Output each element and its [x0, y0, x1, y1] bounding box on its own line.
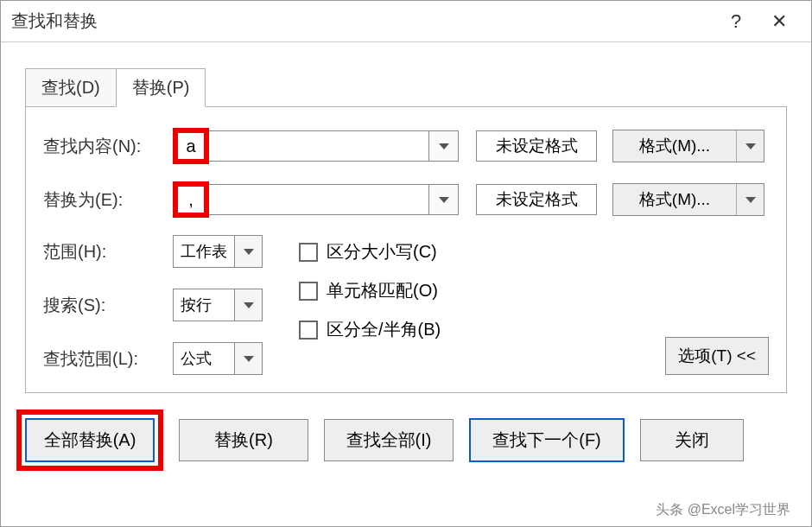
checkbox-column: 区分大小写(C) 单元格匹配(O) 区分全/半角(B) — [299, 240, 441, 375]
dialog-title: 查找和替换 — [11, 10, 714, 33]
find-value-highlight: a — [173, 128, 209, 164]
chevron-down-icon — [244, 302, 254, 308]
chevron-down-icon — [745, 143, 756, 149]
replace-all-highlight: 全部替换(A) — [16, 410, 163, 471]
scope-combo[interactable]: 工作表 — [173, 235, 263, 268]
content-panel: 查找内容(N): a 未设定格式 格式(M)... 替换为(E): , — [25, 106, 787, 393]
find-input-wrap: a — [173, 128, 459, 164]
options-grid: 范围(H): 工作表 搜索(S): 按行 查找范围(L): — [43, 235, 769, 375]
chevron-down-icon — [439, 143, 449, 149]
chevron-down-icon — [745, 197, 756, 203]
match-case-check[interactable]: 区分大小写(C) — [299, 240, 441, 264]
find-next-button[interactable]: 查找下一个(F) — [469, 418, 625, 462]
replace-format-dropdown[interactable] — [736, 184, 764, 215]
replace-format-button-label: 格式(M)... — [613, 188, 736, 211]
replace-all-button[interactable]: 全部替换(A) — [25, 418, 155, 462]
scope-dropdown[interactable] — [234, 236, 262, 267]
lookin-row: 查找范围(L): 公式 — [43, 342, 263, 375]
scope-label: 范围(H): — [43, 240, 173, 264]
replace-format-status: 未设定格式 — [476, 184, 597, 215]
checkbox-icon — [299, 243, 318, 262]
lookin-label: 查找范围(L): — [43, 347, 173, 371]
match-case-label: 区分大小写(C) — [327, 240, 437, 264]
close-dialog-button[interactable]: 关闭 — [640, 419, 744, 461]
lookin-dropdown[interactable] — [234, 343, 262, 374]
match-width-check[interactable]: 区分全/半角(B) — [299, 318, 441, 341]
scope-row: 范围(H): 工作表 — [43, 235, 263, 268]
find-format-button[interactable]: 格式(M)... — [612, 130, 764, 162]
tab-replace[interactable]: 替换(P) — [116, 68, 206, 107]
replace-input-dropdown[interactable] — [428, 185, 458, 214]
chevron-down-icon — [439, 197, 449, 203]
help-button[interactable]: ? — [714, 4, 758, 39]
replace-label: 替换为(E): — [43, 188, 173, 212]
find-format-button-label: 格式(M)... — [613, 135, 736, 157]
find-label: 查找内容(N): — [43, 135, 173, 158]
replace-input-text[interactable] — [209, 185, 428, 214]
checkbox-icon — [299, 321, 318, 340]
match-width-label: 区分全/半角(B) — [327, 318, 441, 341]
find-input-text[interactable] — [209, 131, 428, 161]
replace-input[interactable] — [208, 184, 459, 215]
replace-input-wrap: , — [173, 181, 459, 218]
match-cell-label: 单元格匹配(O) — [327, 279, 438, 302]
find-row: 查找内容(N): a 未设定格式 格式(M)... — [43, 128, 769, 164]
replace-format-button[interactable]: 格式(M)... — [612, 183, 764, 216]
close-button[interactable]: ✕ — [758, 4, 801, 39]
search-row: 搜索(S): 按行 — [43, 289, 263, 321]
scope-value: 工作表 — [174, 236, 234, 267]
checkbox-icon — [299, 282, 318, 301]
lookin-combo[interactable]: 公式 — [173, 342, 263, 375]
replace-row: 替换为(E): , 未设定格式 格式(M)... — [43, 181, 769, 218]
search-label: 搜索(S): — [43, 294, 173, 317]
tab-strip: 查找(D) 替换(P) — [1, 42, 811, 107]
options-toggle-button[interactable]: 选项(T) << — [665, 337, 769, 375]
options-left-col: 范围(H): 工作表 搜索(S): 按行 查找范围(L): — [43, 235, 263, 375]
chevron-down-icon — [244, 356, 254, 362]
match-cell-check[interactable]: 单元格匹配(O) — [299, 279, 441, 302]
find-format-dropdown[interactable] — [736, 130, 764, 162]
lookin-value: 公式 — [174, 343, 234, 374]
find-all-button[interactable]: 查找全部(I) — [324, 419, 454, 461]
replace-button[interactable]: 替换(R) — [179, 419, 308, 461]
dialog-window: 查找和替换 ? ✕ 查找(D) 替换(P) 查找内容(N): a 未设定格式 格… — [0, 0, 812, 527]
replace-value-highlight: , — [173, 181, 209, 218]
tab-find[interactable]: 查找(D) — [25, 68, 117, 107]
chevron-down-icon — [244, 249, 254, 255]
titlebar: 查找和替换 ? ✕ — [1, 1, 811, 42]
search-value: 按行 — [174, 289, 234, 321]
find-input-dropdown[interactable] — [428, 131, 458, 161]
find-format-status: 未设定格式 — [476, 130, 597, 162]
search-dropdown[interactable] — [234, 289, 262, 321]
find-input[interactable] — [208, 130, 459, 162]
search-combo[interactable]: 按行 — [173, 289, 263, 321]
button-bar: 全部替换(A) 替换(R) 查找全部(I) 查找下一个(F) 关闭 — [1, 394, 811, 471]
watermark: 头条 @Excel学习世界 — [656, 501, 790, 519]
